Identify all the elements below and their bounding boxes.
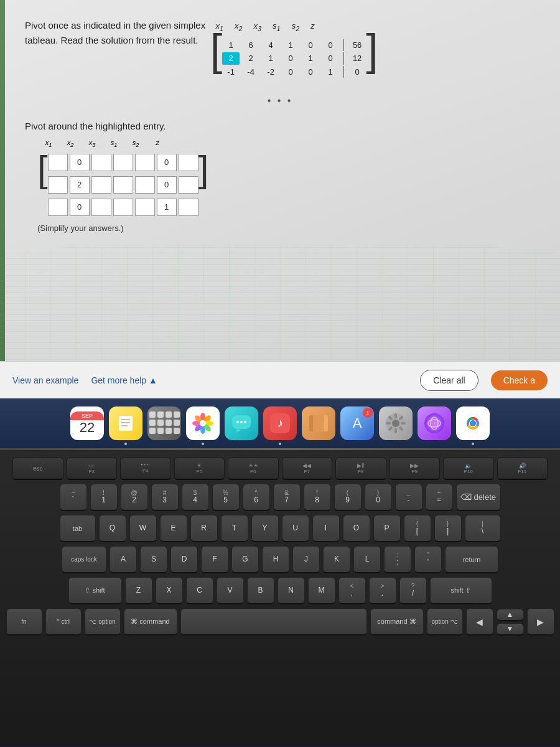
key-comma[interactable]: <, xyxy=(338,577,366,604)
dock-siri-icon[interactable] xyxy=(418,406,451,440)
input-r2c4[interactable] xyxy=(113,176,133,194)
key-v[interactable]: V xyxy=(217,577,244,604)
key-option-left[interactable]: ⌥ option xyxy=(85,608,121,636)
key-capslock[interactable]: caps lock xyxy=(62,546,106,573)
key-arrow-up[interactable]: ▲ xyxy=(497,609,524,621)
key-f[interactable]: F xyxy=(201,546,228,573)
key-8[interactable]: *8 xyxy=(304,484,331,511)
dock-messages-icon[interactable] xyxy=(225,406,258,440)
dock-photos-icon[interactable] xyxy=(186,406,220,440)
fn-key-f6[interactable]: ☀☀ F6 xyxy=(228,458,279,480)
key-c[interactable]: C xyxy=(186,577,213,604)
key-semicolon[interactable]: :; xyxy=(384,546,411,573)
key-fn[interactable]: fn xyxy=(6,608,42,636)
key-y[interactable]: Y xyxy=(251,515,279,542)
key-tab[interactable]: tab xyxy=(60,515,96,542)
key-slash[interactable]: ?/ xyxy=(399,577,427,604)
key-a[interactable]: A xyxy=(110,546,137,573)
input-r3c4[interactable] xyxy=(113,199,133,216)
dock-launchpad-icon[interactable] xyxy=(147,406,181,440)
input-r3c2[interactable]: 0 xyxy=(70,199,90,216)
fn-key-f10[interactable]: 🔈 F10 xyxy=(443,458,494,480)
key-1[interactable]: !1 xyxy=(90,484,118,511)
key-minus[interactable]: _- xyxy=(395,484,422,511)
get-more-help-link[interactable]: Get more help ▲ xyxy=(91,375,157,385)
key-0[interactable]: )0 xyxy=(365,484,392,511)
view-example-link[interactable]: View an example xyxy=(12,375,78,385)
key-shift-left[interactable]: ⇧ shift xyxy=(68,577,122,604)
key-arrow-left[interactable]: ◀ xyxy=(466,608,493,636)
check-button[interactable]: Check a xyxy=(491,370,548,390)
key-h[interactable]: H xyxy=(262,546,289,573)
key-backtick[interactable]: ~` xyxy=(60,484,87,511)
dock-books-icon[interactable] xyxy=(302,406,335,440)
key-command-right[interactable]: command ⌘ xyxy=(370,608,424,636)
key-o[interactable]: O xyxy=(343,515,370,542)
key-m[interactable]: M xyxy=(308,577,335,604)
input-r3c7[interactable] xyxy=(179,199,198,216)
key-p[interactable]: P xyxy=(373,515,401,542)
key-l[interactable]: L xyxy=(353,546,381,573)
key-arrow-down[interactable]: ▼ xyxy=(497,623,524,636)
fn-key-f8[interactable]: ▶ll F8 xyxy=(335,458,386,480)
key-command-left[interactable]: ⌘ command xyxy=(124,608,177,636)
key-6[interactable]: ^6 xyxy=(243,484,270,511)
key-e[interactable]: E xyxy=(160,515,187,542)
dock-notes-icon[interactable] xyxy=(109,406,142,440)
dock-chrome-icon[interactable] xyxy=(456,406,490,440)
input-r2c6[interactable]: 0 xyxy=(157,176,177,194)
key-option-right[interactable]: option ⌥ xyxy=(427,608,463,636)
input-r1c3[interactable] xyxy=(91,154,111,171)
dock-appstore-icon[interactable]: 1 A xyxy=(340,406,374,440)
key-s[interactable]: S xyxy=(140,546,167,573)
fn-key-f9[interactable]: ▶▶ F9 xyxy=(390,458,441,480)
input-r1c7[interactable] xyxy=(179,154,198,171)
fn-key-f7[interactable]: ◀◀ F7 xyxy=(282,458,333,480)
fn-key-f3[interactable]: ⎋⎋ F3 xyxy=(67,458,118,480)
input-r2c5[interactable] xyxy=(135,176,155,194)
key-3[interactable]: #3 xyxy=(151,484,179,511)
key-backslash[interactable]: |\ xyxy=(465,515,501,542)
key-k[interactable]: K xyxy=(323,546,350,573)
input-r1c2[interactable]: 0 xyxy=(70,154,90,171)
input-r3c1[interactable] xyxy=(48,199,68,216)
key-space[interactable] xyxy=(180,608,367,636)
input-r2c1[interactable] xyxy=(48,176,68,194)
key-delete[interactable]: ⌫ delete xyxy=(456,484,501,511)
input-r2c3[interactable] xyxy=(91,176,111,194)
input-r3c3[interactable] xyxy=(91,199,111,216)
key-r[interactable]: R xyxy=(190,515,218,542)
dock-systemprefs-icon[interactable] xyxy=(379,406,413,440)
fn-key-esc[interactable]: esc xyxy=(12,458,63,480)
dock-music-icon[interactable]: ♪ xyxy=(263,406,297,440)
key-9[interactable]: (9 xyxy=(334,484,362,511)
input-r1c4[interactable] xyxy=(113,154,133,171)
fn-key-f11[interactable]: 🔊 F11 xyxy=(497,458,548,480)
input-r1c6[interactable]: 0 xyxy=(157,154,177,171)
key-equals[interactable]: += xyxy=(426,484,453,511)
input-r2c7[interactable] xyxy=(179,176,198,194)
key-b[interactable]: B xyxy=(247,577,274,604)
key-4[interactable]: $4 xyxy=(182,484,209,511)
key-g[interactable]: G xyxy=(231,546,259,573)
input-r3c6[interactable]: 1 xyxy=(157,199,177,216)
key-w[interactable]: W xyxy=(129,515,157,542)
key-return[interactable]: return xyxy=(445,546,498,573)
key-q[interactable]: Q xyxy=(99,515,126,542)
key-quote[interactable]: "' xyxy=(414,546,442,573)
key-t[interactable]: T xyxy=(221,515,248,542)
key-arrow-right[interactable]: ▶ xyxy=(527,608,554,636)
dock-calendar-icon[interactable]: SEP 22 xyxy=(70,406,104,440)
key-period[interactable]: >. xyxy=(369,577,396,604)
key-rbracket[interactable]: }] xyxy=(434,515,462,542)
key-i[interactable]: I xyxy=(312,515,340,542)
key-lbracket[interactable]: {[ xyxy=(404,515,431,542)
key-j[interactable]: J xyxy=(292,546,320,573)
key-x[interactable]: X xyxy=(156,577,183,604)
input-r1c1[interactable] xyxy=(48,154,68,171)
key-d[interactable]: D xyxy=(170,546,198,573)
clear-all-button[interactable]: Clear all xyxy=(420,370,478,391)
key-shift-right[interactable]: shift ⇧ xyxy=(430,577,492,604)
key-z[interactable]: Z xyxy=(125,577,152,604)
fn-key-f5[interactable]: ☀ F5 xyxy=(174,458,225,480)
